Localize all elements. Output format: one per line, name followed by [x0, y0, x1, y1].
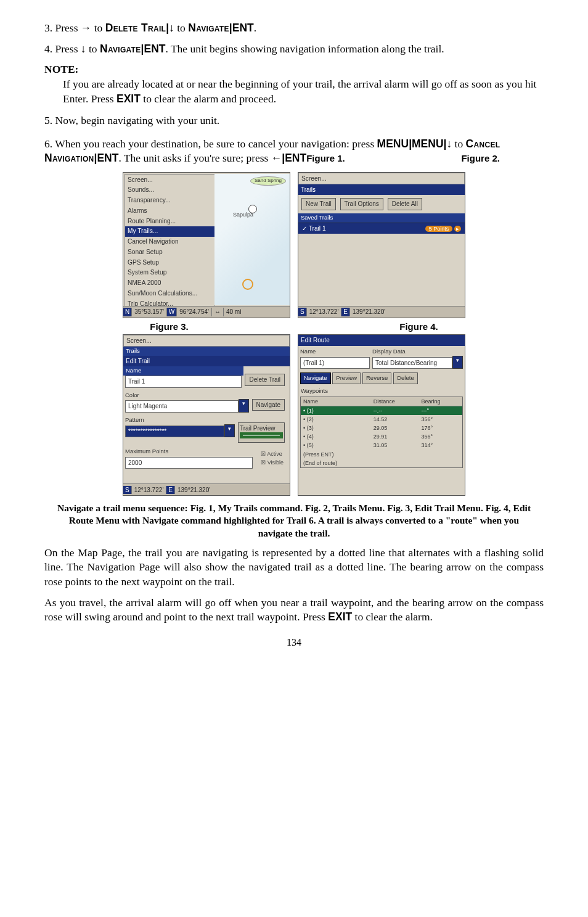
table-row[interactable]: • (1)--.-----°	[301, 406, 462, 415]
key-ent: ENT	[144, 43, 165, 55]
table-row[interactable]: (End of route)	[301, 459, 462, 467]
key-ent: ENT	[232, 22, 254, 34]
points-badge: 5 Points	[425, 226, 453, 232]
status-e: E	[341, 308, 350, 316]
map-marker-icon	[248, 205, 257, 213]
text: 6. When you reach your destination, be s…	[44, 138, 377, 150]
navigate-button[interactable]: Navigate	[300, 372, 331, 384]
status-s: S	[298, 308, 307, 316]
menu-item-screen[interactable]: Screen...	[299, 173, 464, 184]
step-4: 4. Press ↓ to Navigate|ENT. The unit beg…	[44, 42, 544, 57]
menu-item[interactable]: Sonar Setup	[125, 247, 214, 257]
name-label: Name	[300, 348, 370, 356]
status-lat: 12°13.722'	[307, 308, 342, 316]
para-2: As you travel, the arrival alarm will go…	[44, 596, 544, 625]
max-points-label: Maximum Points	[125, 448, 253, 456]
text: . The unit begins showing navigation inf…	[165, 43, 444, 55]
preview-button[interactable]: Preview	[332, 372, 361, 384]
menu-item[interactable]: Sounds...	[125, 185, 214, 195]
trail-preview-button[interactable]: Trail Preview	[238, 422, 285, 443]
cell: • (3)	[301, 424, 371, 432]
cell: (Press ENT)	[301, 450, 371, 459]
cmd-delete-trail: Delete Trail	[105, 22, 166, 34]
name-label: Name	[123, 366, 243, 376]
trails-header: Trails	[298, 184, 465, 195]
pattern-combo[interactable]: ****************	[125, 426, 224, 438]
text: 4. Press	[44, 43, 81, 55]
menu-item[interactable]: Route Planning...	[125, 216, 214, 226]
status-bar: S 12°13.722' E 139°21.320'	[298, 306, 465, 318]
waypoints-table[interactable]: NameDistanceBearing • (1)--.-----°• (2)1…	[301, 397, 462, 467]
combo-arrow-icon[interactable]: ▾	[239, 399, 249, 413]
status-lon: 96°24.754'	[177, 308, 212, 316]
figure-3-panel: Screen... Trails Edit Trail Name Trail 1…	[123, 334, 290, 496]
trail-name: ✓ Trail 1	[302, 224, 326, 233]
figure-1-label: Figure 1.	[306, 153, 345, 163]
figure-2-label: Figure 2.	[461, 153, 500, 163]
text: to	[86, 43, 100, 55]
cell: 29.05	[371, 424, 419, 432]
cmd-navigate: Navigate	[100, 43, 141, 55]
trails-crumb: Trails	[123, 347, 290, 356]
delete-trail-button[interactable]: Delete Trail	[245, 374, 285, 386]
menu-item[interactable]: Transparency...	[125, 195, 214, 206]
map-cursor-icon	[242, 279, 253, 290]
table-row[interactable]: • (3)29.05176°	[301, 424, 462, 432]
color-combo[interactable]: Light Magenta	[125, 400, 239, 413]
combo-arrow-icon[interactable]: ▾	[452, 356, 463, 369]
menu-item[interactable]: System Setup	[125, 268, 214, 278]
trail-row[interactable]: ✓ Trail 1 5 Points ▸	[298, 223, 465, 234]
menu-item[interactable]: Alarms	[125, 205, 214, 216]
delete-all-button[interactable]: Delete All	[388, 198, 422, 210]
menu-item[interactable]: Cancel Navigation	[125, 237, 214, 247]
status-bar: S 12°13.722' E 139°21.320'	[123, 483, 290, 495]
status-lat: 35°53.157'	[132, 308, 167, 316]
menu-item[interactable]: GPS Setup	[125, 257, 214, 268]
status-bar: N 35°53.157' W 96°24.754' ↔ 40 mi	[123, 306, 290, 318]
cell	[419, 450, 463, 459]
active-checkbox[interactable]: ☒ Active	[261, 450, 284, 458]
delete-button[interactable]: Delete	[393, 372, 417, 384]
display-data-combo[interactable]: Total Distance/Bearing	[372, 357, 452, 369]
cell: • (5)	[301, 441, 371, 450]
main-menu-list[interactable]: Screen...Sounds...Transparency...AlarmsR…	[125, 174, 215, 318]
text: to	[452, 138, 465, 150]
page-number: 134	[44, 636, 544, 649]
menu-item[interactable]: Sun/Moon Calculations...	[125, 288, 214, 298]
menu-item[interactable]: NMEA 2000	[125, 278, 214, 289]
down-arrow-icon: ↓	[446, 138, 452, 150]
key-exit: EXIT	[328, 611, 352, 623]
new-trail-button[interactable]: New Trail	[301, 198, 336, 210]
text: to clear the alarm and proceed.	[141, 93, 276, 105]
menu-item-screen[interactable]: Screen...	[124, 335, 289, 346]
visible-checkbox[interactable]: ☒ Visible	[261, 459, 284, 466]
cell: 356°	[419, 415, 463, 424]
menu-item[interactable]: My Trails...	[125, 226, 214, 237]
map-background: Sand Spring Sapulpa	[214, 174, 290, 305]
menu-item[interactable]: Screen...	[125, 175, 214, 185]
figures-row-2: Screen... Trails Edit Trail Name Trail 1…	[44, 334, 544, 496]
table-row[interactable]: • (5)31.05314°	[301, 441, 462, 450]
table-row[interactable]: • (4)29.91356°	[301, 432, 462, 441]
figure-4-label: Figure 4.	[399, 321, 438, 333]
navigate-button[interactable]: Navigate	[252, 399, 285, 411]
combo-arrow-icon[interactable]: ▾	[224, 424, 235, 438]
para-1: On the Map Page, the trail you are navig…	[44, 546, 544, 590]
cell: • (4)	[301, 432, 371, 441]
reverse-button[interactable]: Reverse	[362, 372, 391, 384]
route-name-input[interactable]: (Trail 1)	[300, 357, 370, 369]
text: to clear the alarm.	[352, 611, 433, 623]
figure-2-panel: Screen... Trails New Trail Trail Options…	[298, 172, 465, 318]
name-input[interactable]: Trail 1	[125, 376, 242, 388]
figure-caption: Navigate a trail menu sequence: Fig. 1, …	[57, 502, 531, 539]
table-row[interactable]: (Press ENT)	[301, 450, 462, 459]
cell: 356°	[419, 432, 463, 441]
route-buttons-row: Navigate Preview Reverse Delete	[298, 371, 465, 386]
table-row[interactable]: • (2)14.52356°	[301, 415, 462, 424]
note-heading: NOTE:	[44, 62, 544, 77]
map-label: Sand Spring	[250, 176, 286, 186]
pan-icon: ↔	[212, 308, 224, 316]
trail-options-button[interactable]: Trail Options	[340, 198, 383, 210]
key-menu: MENU	[377, 138, 409, 150]
max-points-input[interactable]: 2000	[125, 457, 253, 469]
